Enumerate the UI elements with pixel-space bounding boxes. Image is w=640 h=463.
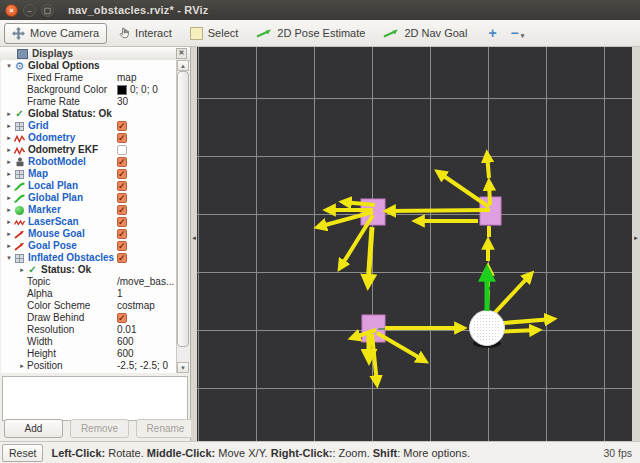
expand-icon[interactable]: ▸ [17, 360, 27, 372]
expand-icon[interactable]: ▸ [4, 228, 14, 240]
tool-label: Select [208, 27, 239, 39]
display-row[interactable]: ▸LaserScan [1, 216, 177, 228]
nav-goal-tool-button[interactable]: 2D Nav Goal [376, 24, 474, 42]
collapse-icon[interactable]: ▾ [4, 60, 14, 72]
display-row[interactable]: ▸Goal Pose [1, 240, 177, 252]
close-panel-icon[interactable]: ✕ [176, 48, 187, 59]
checkbox[interactable] [117, 217, 127, 227]
display-row[interactable]: ▸✓Global Status: Ok [1, 108, 177, 120]
checkbox[interactable] [117, 169, 127, 179]
right-splitter-handle[interactable]: ► [632, 47, 640, 441]
scroll-up-icon[interactable]: ▲ [177, 60, 189, 71]
value-text[interactable]: 0; 0; 0; 1 [117, 372, 156, 373]
scroll-down-icon[interactable]: ▼ [177, 362, 189, 373]
pose-estimate-tool-button[interactable]: 2D Pose Estimate [249, 24, 372, 42]
expand-icon[interactable]: ▸ [4, 168, 14, 180]
display-row[interactable]: ▸Global Plan [1, 192, 177, 204]
move-camera-tool-button[interactable]: Move Camera [4, 23, 107, 44]
render-viewport[interactable] [197, 47, 632, 441]
statusbar: Reset Left-Click: Rotate. Middle-Click: … [0, 441, 640, 463]
display-row[interactable]: ▾⚙Global Options [1, 60, 177, 72]
collapse-icon[interactable]: ▾ [4, 252, 14, 264]
laser-icon [14, 217, 25, 227]
display-row[interactable]: Color Schemecostmap [1, 300, 177, 312]
value-text[interactable]: /move_bas... [117, 276, 174, 288]
color-swatch[interactable] [117, 85, 127, 95]
display-row[interactable]: Draw Behind [1, 312, 177, 324]
value-text[interactable]: 600 [117, 348, 134, 360]
expand-icon[interactable]: ▸ [4, 192, 14, 204]
select-tool-button[interactable]: Select [183, 24, 246, 43]
value-text[interactable]: 600 [117, 336, 134, 348]
value-text[interactable]: 0; 0; 0 [130, 84, 158, 96]
display-row[interactable]: Resolution0.01 [1, 324, 177, 336]
display-row[interactable]: Alpha1 [1, 288, 177, 300]
checkbox[interactable] [117, 145, 127, 155]
collapse-right-icon[interactable]: ► [632, 235, 640, 241]
expand-icon[interactable]: ▸ [4, 120, 14, 132]
tree-scrollbar[interactable]: ▲ ▼ [176, 60, 189, 373]
display-row[interactable]: ▸Mouse Goal [1, 228, 177, 240]
display-row[interactable]: ▸Position-2.5; -2.5; 0 [1, 360, 177, 372]
checkbox[interactable] [117, 193, 127, 203]
expand-icon[interactable]: ▸ [4, 240, 14, 252]
display-row[interactable]: ▸RobotModel [1, 156, 177, 168]
display-row[interactable]: ▸Grid [1, 120, 177, 132]
value-text[interactable]: map [117, 72, 136, 84]
expand-icon[interactable]: ▸ [17, 264, 27, 276]
expand-icon[interactable]: ▸ [4, 204, 14, 216]
value-text[interactable]: -2.5; -2.5; 0 [117, 360, 168, 372]
display-row[interactable]: Width600 [1, 336, 177, 348]
add-display-button[interactable]: Add [4, 419, 63, 438]
row-label: Inflated Obstacles [28, 252, 114, 264]
grid-icon [14, 121, 25, 131]
display-row[interactable]: Height600 [1, 348, 177, 360]
odometry-arrow [368, 227, 372, 285]
value-text[interactable]: 30 [117, 96, 128, 108]
close-window-button[interactable]: × [5, 4, 18, 17]
expand-icon[interactable]: ▸ [4, 108, 14, 120]
value-text[interactable]: 1 [117, 288, 123, 300]
display-row[interactable]: ▸Marker [1, 204, 177, 216]
checkbox[interactable] [117, 181, 127, 191]
add-tool-button[interactable]: + [488, 25, 496, 41]
display-row[interactable]: Topic/move_bas... [1, 276, 177, 288]
display-row[interactable]: Orientation0; 0; 0; 1 [1, 372, 177, 373]
expand-icon[interactable]: ▸ [4, 216, 14, 228]
expand-icon[interactable]: ▸ [4, 144, 14, 156]
checkbox[interactable] [117, 313, 127, 323]
odometry-arrow [387, 210, 490, 211]
checkbox[interactable] [117, 121, 127, 131]
expand-icon[interactable]: ▸ [4, 132, 14, 144]
interact-tool-button[interactable]: Interact [111, 24, 179, 42]
rename-display-button: Rename [136, 419, 195, 438]
expand-icon[interactable]: ▸ [4, 156, 14, 168]
checkbox[interactable] [117, 133, 127, 143]
checkbox[interactable] [117, 241, 127, 251]
display-row[interactable]: ▸Odometry [1, 132, 177, 144]
expand-icon[interactable]: ▸ [4, 180, 14, 192]
display-row[interactable]: ▾Inflated Obstacles [1, 252, 177, 264]
scrollbar-thumb[interactable] [177, 71, 189, 347]
checkbox[interactable] [117, 157, 127, 167]
display-row[interactable]: ▸Map [1, 168, 177, 180]
display-row[interactable]: ▸✓Status: Ok [1, 264, 177, 276]
row-value [117, 193, 127, 203]
checkbox[interactable] [117, 253, 127, 263]
minimize-window-button[interactable]: – [23, 4, 36, 17]
checkbox[interactable] [117, 205, 127, 215]
value-text[interactable]: costmap [117, 300, 155, 312]
window-title: nav_obstacles.rviz* - RViz [68, 4, 209, 16]
remove-tool-button[interactable]: −▾ [511, 25, 525, 41]
maximize-window-button[interactable]: ▢ [41, 4, 54, 17]
display-row[interactable]: Frame Rate30 [1, 96, 177, 108]
display-row[interactable]: Fixed Framemap [1, 72, 177, 84]
display-row[interactable]: ▸Local Plan [1, 180, 177, 192]
value-text[interactable]: 0.01 [117, 324, 136, 336]
display-row[interactable]: Background Color0; 0; 0 [1, 84, 177, 96]
display-row[interactable]: ▸Odometry EKF [1, 144, 177, 156]
checkbox[interactable] [117, 229, 127, 239]
reset-button[interactable]: Reset [2, 444, 43, 462]
row-value [117, 169, 127, 179]
remove-display-button: Remove [70, 419, 129, 438]
